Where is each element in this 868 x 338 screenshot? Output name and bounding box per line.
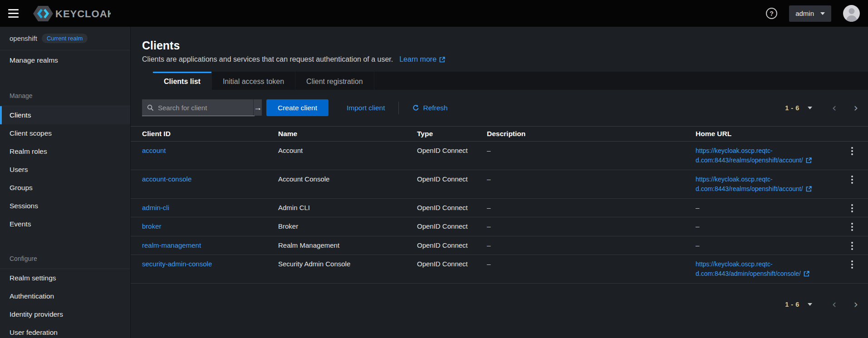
client-id-link[interactable]: security-admin-console [142,260,212,268]
refresh-button[interactable]: Refresh [412,104,447,112]
sidebar-group-manage: Manage [0,92,130,106]
sidebar-item-user-federation[interactable]: User federation [0,323,130,338]
table-row: security-admin-consoleSecurity Admin Con… [131,255,868,284]
client-id-link[interactable]: realm-management [142,241,201,249]
pagination-menu-toggle[interactable]: 1 - 6 [785,301,812,308]
home-url-link[interactable]: https://keycloak.oscp.reqtc-d.com:8443/r… [696,175,832,194]
description-cell: – [487,142,696,160]
description-cell: – [487,236,696,255]
client-id-link[interactable]: account [142,147,166,154]
username: admin [795,10,814,17]
import-client-link[interactable]: Import client [347,104,385,112]
tab-bar: Clients list Initial access token Client… [131,72,868,90]
keycloak-logo[interactable]: KEYCLOAK [33,5,111,23]
client-id-cell: security-admin-console [142,255,278,273]
name-cell: Admin CLI [278,199,417,217]
external-link-icon [804,271,809,277]
help-icon[interactable]: ? [766,8,777,19]
col-client-id: Client ID [142,127,278,141]
home-url-empty: – [696,222,699,230]
caret-down-icon [820,12,825,15]
search-group: → [142,99,255,116]
sidebar-item-sessions[interactable]: Sessions [0,197,130,215]
client-id-cell: realm-management [142,236,278,255]
client-id-cell: admin-cli [142,199,278,217]
tab-initial-access-token[interactable]: Initial access token [212,72,295,90]
pagination-next-button[interactable]: › [851,299,861,310]
home-url-link[interactable]: https://keycloak.oscp.reqtc-d.com:8443/a… [696,260,832,279]
sidebar-item-groups[interactable]: Groups [0,179,130,197]
table-row: brokerBrokerOpenID Connect–– [131,217,868,236]
sidebar-item-realm-roles[interactable]: Realm roles [0,142,130,161]
tab-clients-list[interactable]: Clients list [153,72,211,90]
table-row: admin-cliAdmin CLIOpenID Connect–– [131,199,868,217]
name-cell: Account [278,142,417,160]
chevron-right-icon: › [853,102,858,114]
search-input[interactable] [158,104,248,112]
search-icon [147,104,154,111]
description-cell: – [487,217,696,235]
home-url-cell: – [696,217,836,235]
home-url-cell: – [696,236,836,255]
arrow-right-icon: → [254,103,262,112]
user-menu-dropdown[interactable]: admin [789,5,831,22]
sidebar-manage-list: Clients Client scopes Realm roles Users … [0,106,130,233]
client-id-link[interactable]: admin-cli [142,204,169,211]
sidebar-item-users[interactable]: Users [0,161,130,179]
sidebar-item-authentication[interactable]: Authentication [0,287,130,305]
table-header: Client ID Name Type Description Home URL [131,126,868,142]
home-url-cell: – [696,199,836,217]
client-id-cell: account [142,142,278,160]
client-id-link[interactable]: broker [142,222,162,230]
current-realm-badge: Current realm [42,34,88,43]
name-cell: Security Admin Console [278,255,417,273]
toolbar-divider [398,102,399,114]
kebab-menu-button[interactable] [848,217,857,231]
type-cell: OpenID Connect [417,199,487,217]
clients-list-panel: → Create client Import client Refresh 1 … [131,90,868,310]
avatar[interactable] [843,5,860,22]
page-description: Clients are applications and services th… [142,55,393,64]
name-cell: Broker [278,217,417,235]
home-url-link[interactable]: https://keycloak.oscp.reqtc-d.com:8443/r… [696,146,832,165]
pagination-top: 1 - 6 ‹ › [785,103,861,113]
home-url-empty: – [696,204,699,211]
realm-name: openshift [10,34,37,42]
sidebar-item-manage-realms[interactable]: Manage realms [0,50,130,70]
search-field [142,99,253,116]
page-header: Clients Clients are applications and ser… [131,27,868,64]
type-cell: OpenID Connect [417,236,487,255]
kebab-menu-button[interactable] [848,255,857,269]
kebab-menu-button[interactable] [848,236,857,250]
sidebar: openshift Current realm Manage realms Ma… [0,27,131,338]
type-cell: OpenID Connect [417,170,487,188]
client-id-cell: account-console [142,170,278,188]
sidebar-item-identity-providers[interactable]: Identity providers [0,305,130,323]
pagination-prev-button[interactable]: ‹ [829,299,839,310]
sidebar-item-client-scopes[interactable]: Client scopes [0,124,130,142]
hamburger-icon[interactable] [8,5,26,23]
kebab-menu-button[interactable] [848,199,857,212]
realm-selector[interactable]: openshift Current realm [0,27,130,50]
kebab-menu-button[interactable] [848,170,857,184]
pagination-menu-toggle[interactable]: 1 - 6 [785,104,812,112]
sidebar-item-events[interactable]: Events [0,215,130,233]
external-link-icon [439,57,445,63]
pagination-prev-button[interactable]: ‹ [829,103,839,113]
kebab-menu-button[interactable] [848,142,857,155]
search-submit-button[interactable]: → [253,99,262,116]
create-client-button[interactable]: Create client [266,99,329,116]
sidebar-item-clients[interactable]: Clients [0,106,130,124]
client-id-link[interactable]: account-console [142,175,191,183]
masthead: KEYCLOAK ? admin [0,0,868,27]
table-row: account-consoleAccount ConsoleOpenID Con… [131,170,868,199]
chevron-left-icon: ‹ [832,298,837,311]
external-link-icon [806,186,812,192]
tab-client-registration[interactable]: Client registration [295,72,374,90]
sidebar-item-realm-settings[interactable]: Realm settings [0,269,130,287]
learn-more-link[interactable]: Learn more [399,55,445,64]
col-type: Type [417,127,487,141]
pagination-next-button[interactable]: › [851,103,861,113]
type-cell: OpenID Connect [417,217,487,235]
table-row: realm-managementRealm ManagementOpenID C… [131,236,868,255]
